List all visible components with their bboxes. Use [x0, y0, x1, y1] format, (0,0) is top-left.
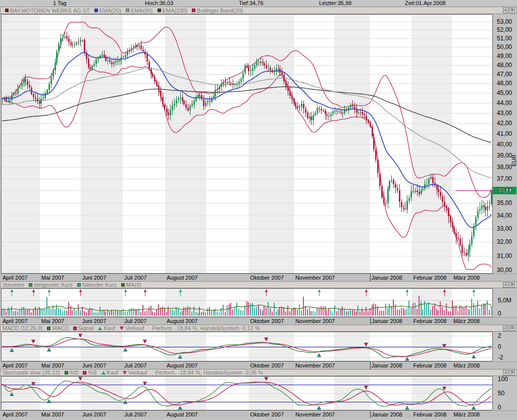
- year-divider: [370, 274, 371, 281]
- volume-panel: Volumensteigender Kursfallender KursMA(9…: [0, 281, 517, 317]
- x-axis-label: November 2007: [295, 411, 335, 418]
- y-tick-label: 100: [498, 376, 508, 383]
- x-axis-label: Januar 2008: [372, 411, 402, 418]
- stochastic-chart-canvas[interactable]: [1, 376, 493, 410]
- legend-swatch-icon: [158, 9, 161, 12]
- volume-panel-header: Volumensteigender Kursfallender KursMA(9…: [0, 281, 517, 288]
- price-chart-canvas[interactable]: [1, 14, 493, 274]
- x-axis-label: August 2007: [167, 362, 198, 369]
- legend-item: Kauf: [93, 325, 115, 331]
- legend-label: steigender Kurs: [34, 282, 73, 288]
- panel-menu-icon[interactable]: ≡: [503, 326, 508, 331]
- legend-item: Verkauf: [115, 325, 144, 331]
- macd-panel-header: MACD (12,26,9)MACDSignalKaufVerkaufPerfo…: [0, 325, 517, 332]
- y-tick-label: 34,00: [497, 212, 512, 219]
- y-tick-label: 37,00: [497, 175, 512, 182]
- x-axis-label: Oktober 2007: [250, 318, 284, 325]
- panel-menu-icon[interactable]: ≡: [503, 282, 508, 288]
- x-axis-label: Mai 2007: [41, 318, 64, 325]
- y-tick-label: 50,00: [497, 43, 512, 50]
- x-axis-label: Juni 2007: [82, 411, 107, 418]
- x-axis-label: November 2007: [295, 318, 335, 325]
- panel-close-icon[interactable]: ✕: [509, 326, 515, 331]
- legend-label: Verkauf: [128, 370, 147, 376]
- x-axis-label: Januar 2008: [372, 318, 402, 325]
- x-axis-label: Januar 2008: [372, 362, 402, 369]
- price-legend: BAY.MOTOREN WERKE AG STEMA(20)EMA(90)EMA…: [1, 8, 243, 14]
- panel-menu-icon[interactable]: ≡: [503, 370, 508, 376]
- y-tick-label: 0: [498, 310, 501, 317]
- legend-item: Verkauf: [118, 370, 147, 376]
- time-label: Zeit:01.Apr.2008: [405, 0, 446, 7]
- legend-label: Kauf: [107, 370, 119, 376]
- macd-chart-canvas[interactable]: [1, 332, 493, 361]
- legend-item: MACD: [42, 325, 68, 331]
- x-axis-row-stochastic: April 2007Mai 2007Juni 2007Juli 2007Augu…: [0, 410, 517, 418]
- legend-label: EMA(200): [163, 8, 188, 14]
- x-axis-label: April 2007: [3, 362, 28, 369]
- legend-swatch-icon: [126, 9, 129, 12]
- x-axis-label: März 2008: [453, 318, 480, 325]
- y-tick-label: 47,00: [497, 71, 512, 78]
- performance-label: Perform. -18,84 %, HandelsSystem -9,05 %: [156, 370, 263, 376]
- x-axis-label: April 2007: [3, 275, 28, 281]
- macd-y-axis: 20-2: [493, 332, 517, 361]
- legend-item: %D: [60, 370, 79, 376]
- y-tick-label: 36,00: [497, 187, 512, 194]
- year-divider: [370, 411, 371, 418]
- y-tick-label: 42,00: [497, 120, 512, 127]
- stochastic-y-axis: 100500: [493, 376, 517, 410]
- x-axis-label: Juni 2007: [82, 318, 107, 325]
- legend-item: fallender Kurs: [73, 282, 117, 288]
- x-axis-label: Juni 2007: [82, 362, 107, 369]
- legend-swatch-icon: [47, 327, 50, 330]
- trading-chart-window: 1 Tag Hoch:36,03 Tief:34,76 Letzter:35,9…: [0, 0, 517, 420]
- panel-close-icon[interactable]: ✕: [509, 282, 515, 288]
- sell-marker-icon: [120, 327, 124, 330]
- legend-swatch-icon: [192, 9, 195, 12]
- y-tick-label: 33,00: [497, 225, 512, 232]
- legend-item: EMA(200): [153, 8, 188, 14]
- y-tick-label: 31,00: [497, 252, 512, 259]
- legend-swatch-icon: [5, 9, 9, 12]
- legend-swatch-icon: [29, 283, 32, 287]
- x-axis-label: November 2007: [295, 275, 335, 281]
- stochastic-panel: Stochastik slow (26,12)%D%SKaufVerkaufPe…: [0, 369, 517, 410]
- x-axis-label: März 2008: [453, 411, 480, 418]
- x-axis-label: März 2008: [453, 362, 480, 369]
- y-tick-label: 52,00: [497, 26, 512, 33]
- x-axis-label: August 2007: [167, 275, 198, 281]
- panel-menu-icon[interactable]: ≡: [503, 8, 508, 13]
- y-tick-label: 5,0M: [498, 297, 511, 304]
- legend-label: MA(9): [126, 282, 141, 288]
- volume-legend: Volumensteigender Kursfallender KursMA(9…: [1, 282, 141, 288]
- legend-label: Verkauf: [125, 325, 144, 331]
- panel-close-icon[interactable]: ✕: [509, 8, 515, 13]
- legend-swatch-icon: [73, 327, 77, 330]
- y-tick-label: 30,00: [497, 267, 512, 274]
- legend-item: Kauf: [97, 370, 119, 376]
- y-tick-label: 39,00: [497, 152, 512, 159]
- y-tick-label: 45,00: [497, 89, 512, 96]
- buy-marker-icon: [98, 327, 102, 330]
- panel-close-icon[interactable]: ✕: [509, 370, 515, 376]
- legend-title: MACD (12,26,9): [3, 325, 42, 331]
- price-panel: BAY.MOTOREN WERKE AG STEMA(20)EMA(90)EMA…: [0, 7, 517, 274]
- legend-label: %D: [70, 370, 79, 376]
- stochastic-panel-controls: ≡ ✕: [503, 370, 515, 376]
- legend-item: Signal: [69, 325, 94, 331]
- legend-label: Bollinger Band(20): [197, 8, 243, 14]
- x-axis-label: August 2007: [167, 411, 198, 418]
- x-axis-label: Februar 2008: [413, 318, 446, 325]
- high-label: Hoch:36,03: [145, 0, 173, 7]
- x-axis-label: April 2007: [3, 411, 28, 418]
- macd-legend: MACD (12,26,9)MACDSignalKaufVerkaufPerfo…: [1, 325, 260, 331]
- volume-chart-canvas[interactable]: [1, 288, 493, 317]
- volume-y-axis: 5,0M0: [493, 288, 517, 317]
- x-axis-label: Oktober 2007: [250, 411, 284, 418]
- legend-label: BAY.MOTOREN WERKE AG ST: [10, 8, 90, 14]
- x-axis-row-macd: April 2007Mai 2007Juni 2007Juli 2007Augu…: [0, 361, 517, 369]
- legend-label: %S: [88, 370, 96, 376]
- buy-marker-icon: [101, 371, 106, 375]
- year-divider: [370, 362, 371, 369]
